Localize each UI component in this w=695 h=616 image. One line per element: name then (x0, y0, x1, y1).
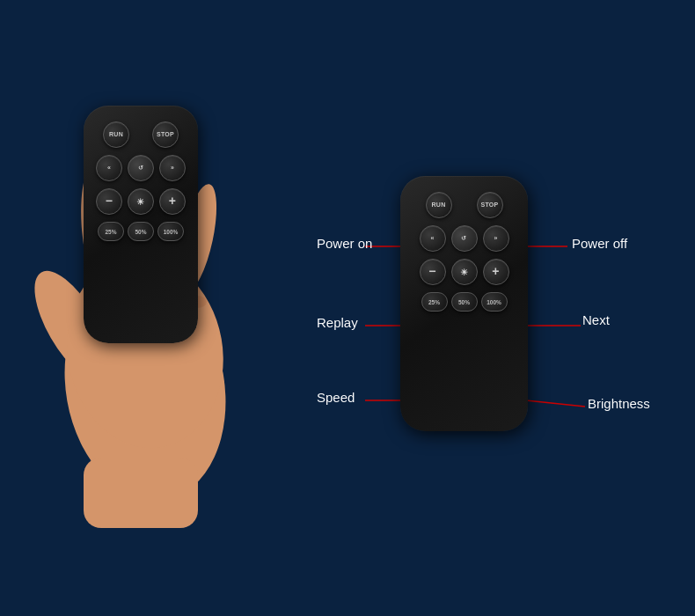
next-label: Next (582, 312, 610, 327)
brightness-button-right[interactable]: ☀ (451, 259, 478, 285)
prev-button-right[interactable]: « (420, 225, 446, 252)
remote-right: RUN STOP « ↺ » − ☀ + 25% 50% 100% (400, 176, 528, 431)
pct100-button-right[interactable]: 100% (481, 292, 508, 312)
pct25-button-right[interactable]: 25% (421, 292, 448, 312)
minus-button-right[interactable]: − (420, 259, 446, 285)
brightness-label: Brightness (588, 396, 650, 411)
replay-label: Replay (317, 315, 358, 330)
top-buttons-row-right: RUN STOP (426, 192, 503, 218)
rotate-button-right[interactable]: ↺ (451, 225, 478, 252)
playback-buttons-row-right: « ↺ » (420, 225, 509, 252)
minus-button-left[interactable]: − (96, 188, 122, 215)
pct100-button-left[interactable]: 100% (157, 222, 184, 241)
pct50-button-left[interactable]: 50% (128, 222, 154, 241)
top-buttons-row: RUN STOP (103, 121, 179, 148)
stop-button-right[interactable]: STOP (477, 192, 503, 218)
remote-left: RUN STOP « ↺ » − ☀ + 25% 50% 100% (84, 106, 198, 343)
power-on-label: Power on (317, 236, 372, 251)
speed-label: Speed (317, 390, 355, 405)
rotate-button-left[interactable]: ↺ (128, 155, 154, 181)
svg-line-5 (526, 400, 585, 407)
pct25-button-left[interactable]: 25% (98, 222, 124, 241)
playback-buttons-row: « ↺ » (96, 155, 186, 181)
stop-button-left[interactable]: STOP (152, 121, 179, 148)
percent-buttons-row-right: 25% 50% 100% (421, 292, 508, 312)
speed-brightness-row-right: − ☀ + (420, 259, 509, 285)
next-button-right[interactable]: » (483, 225, 509, 252)
plus-button-left[interactable]: + (159, 188, 186, 215)
svg-rect-13 (84, 458, 198, 528)
run-button-right[interactable]: RUN (426, 192, 452, 218)
power-off-label: Power off (572, 236, 627, 251)
prev-button-left[interactable]: « (96, 155, 122, 181)
plus-button-right[interactable]: + (483, 259, 509, 285)
pct50-button-right[interactable]: 50% (451, 292, 478, 312)
percent-buttons-row: 25% 50% 100% (98, 222, 184, 241)
next-button-left[interactable]: » (159, 155, 186, 181)
brightness-button-left[interactable]: ☀ (128, 188, 154, 215)
run-button-left[interactable]: RUN (103, 121, 129, 148)
speed-brightness-row: − ☀ + (96, 188, 186, 215)
